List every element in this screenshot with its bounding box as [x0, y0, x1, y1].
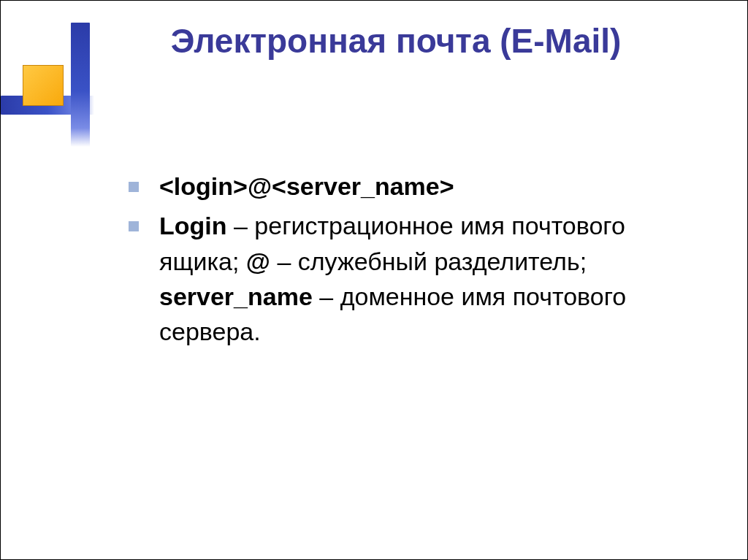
bullet-text: – служебный разделитель;	[270, 248, 587, 275]
list-item: Login – регистрационное имя почтового ящ…	[129, 208, 703, 349]
slide: Электронная почта (E-Mail) <login>@<serv…	[0, 0, 748, 560]
bullet-list: <login>@<server_name> Login – регистраци…	[129, 169, 703, 349]
bullet-text: @	[246, 248, 270, 275]
bullet-text: Login	[159, 212, 227, 239]
list-item: <login>@<server_name>	[129, 169, 703, 204]
slide-body: <login>@<server_name> Login – регистраци…	[129, 169, 703, 353]
slide-title: Электронная почта (E-Mail)	[74, 23, 718, 60]
bullet-text: server_name	[159, 283, 313, 310]
bullet-text: <login>@<server_name>	[159, 172, 454, 200]
